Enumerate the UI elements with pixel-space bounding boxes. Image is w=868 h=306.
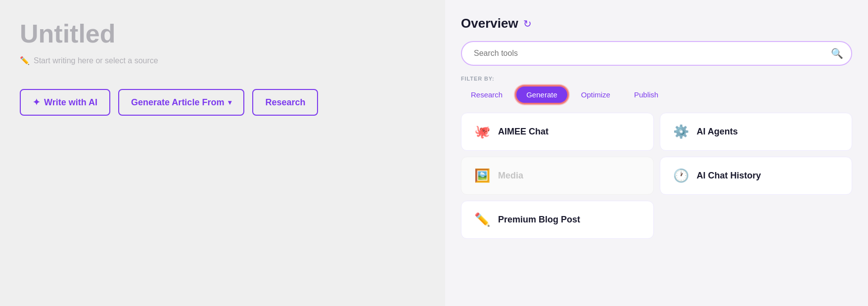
aimee-chat-icon: 🐙 (473, 124, 491, 139)
filter-tab-research[interactable]: Research (461, 87, 512, 103)
sparkle-icon: ✦ (33, 97, 40, 108)
page-title: Untitled (20, 20, 425, 48)
filter-tabs: Research Generate Optimize Publish (461, 87, 852, 103)
write-with-ai-label: Write with AI (44, 97, 97, 108)
pencil-icon: ✏️ (20, 56, 30, 65)
aimee-chat-label: AIMEE Chat (498, 127, 548, 137)
research-label: Research (265, 97, 305, 108)
filter-tab-publish[interactable]: Publish (624, 87, 668, 103)
tool-card-media: 🖼️ Media (461, 157, 654, 195)
premium-blog-post-label: Premium Blog Post (498, 215, 580, 225)
ai-agents-icon: ⚙️ (672, 124, 690, 139)
filter-label: FILTER BY: (461, 76, 852, 82)
chevron-down-icon: ▾ (228, 98, 231, 106)
filter-tab-generate[interactable]: Generate (516, 87, 567, 103)
ai-agents-label: AI Agents (697, 127, 738, 137)
ai-chat-history-label: AI Chat History (697, 171, 761, 181)
tool-card-ai-agents[interactable]: ⚙️ AI Agents (660, 113, 853, 151)
subtitle-row: ✏️ Start writing here or select a source (20, 56, 425, 65)
refresh-icon[interactable]: ↻ (523, 18, 532, 30)
filter-tab-optimize[interactable]: Optimize (571, 87, 620, 103)
tool-card-ai-chat-history[interactable]: 🕐 AI Chat History (660, 157, 853, 195)
right-panel: Overview ↻ 🔍 FILTER BY: Research Generat… (445, 0, 868, 306)
write-with-ai-button[interactable]: ✦ Write with AI (20, 89, 110, 116)
search-input[interactable] (461, 41, 852, 66)
ai-chat-history-icon: 🕐 (672, 168, 690, 183)
tool-card-aimee-chat[interactable]: 🐙 AIMEE Chat (461, 113, 654, 151)
media-icon: 🖼️ (473, 168, 491, 183)
filter-section: FILTER BY: Research Generate Optimize Pu… (461, 76, 852, 103)
overview-title: Overview (461, 16, 518, 31)
left-panel: Untitled ✏️ Start writing here or select… (0, 0, 445, 306)
generate-article-button[interactable]: Generate Article From ▾ (118, 89, 244, 116)
overview-header: Overview ↻ (461, 16, 852, 31)
media-label: Media (498, 171, 523, 181)
premium-blog-post-icon: ✏️ (473, 212, 491, 227)
tool-card-premium-blog-post[interactable]: ✏️ Premium Blog Post (461, 201, 654, 239)
search-container: 🔍 (461, 41, 852, 66)
research-button[interactable]: Research (252, 89, 318, 116)
tools-grid: 🐙 AIMEE Chat ⚙️ AI Agents 🖼️ Media 🕐 AI … (461, 113, 852, 239)
subtitle-text: Start writing here or select a source (34, 56, 158, 65)
action-buttons: ✦ Write with AI Generate Article From ▾ … (20, 89, 425, 116)
generate-article-label: Generate Article From (131, 97, 224, 108)
